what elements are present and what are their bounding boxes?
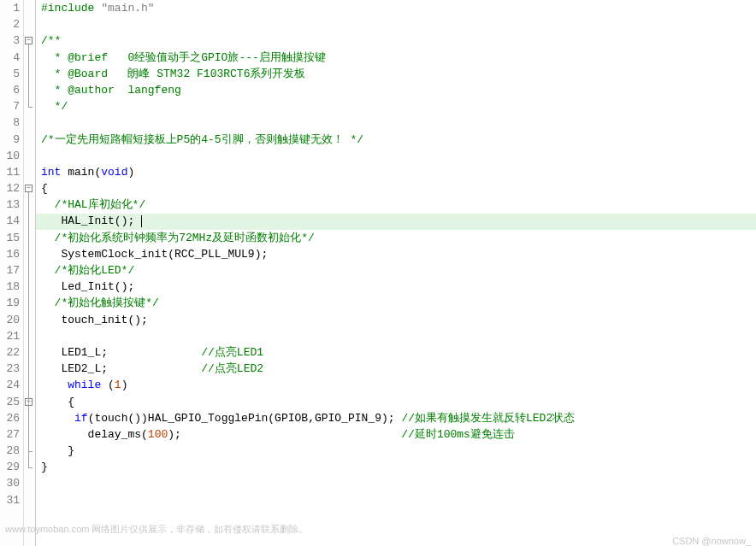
code-line[interactable]: /*一定先用短路帽短接板上P5的4-5引脚，否则触摸键无效！ */ [41,132,756,148]
line-number: 19 [0,295,20,311]
code-line[interactable]: #include "main.h" [41,0,756,16]
line-number: 12 [0,180,20,197]
code-editor[interactable]: 1234567891011121314151617181920212223242… [0,0,756,546]
code-line[interactable]: SystemClock_init(RCC_PLL_MUL9); [41,246,756,262]
line-number: 7 [0,98,20,114]
fold-column[interactable]: −−− [24,0,36,546]
code-line[interactable]: /*初始化LED*/ [41,262,756,279]
code-line[interactable]: { [41,394,756,410]
line-number: 6 [0,82,20,98]
line-number: 11 [0,164,20,180]
line-number: 17 [0,262,20,279]
code-line[interactable]: LED2_L; //点亮LED2 [41,361,756,377]
code-line[interactable]: delay_ms(100); //延时100ms避免连击 [41,426,756,443]
code-line[interactable] [41,114,756,131]
fold-guide-end [28,451,32,452]
code-line[interactable]: /*HAL库初始化*/ [41,197,756,213]
line-number: 16 [0,246,20,262]
line-number: 10 [0,148,20,164]
line-number: 28 [0,443,20,459]
code-line[interactable]: /** [41,32,756,49]
line-number: 30 [0,475,20,491]
line-number: 29 [0,459,20,475]
line-number-gutter: 1234567891011121314151617181920212223242… [0,0,24,546]
line-number: 15 [0,230,20,246]
csdn-watermark: CSDN @nownow_ [672,536,751,546]
fold-guide-end [28,107,32,108]
line-number: 9 [0,132,20,148]
code-line[interactable] [41,492,756,508]
code-line[interactable]: * @brief 0经验值动手之GPIO旅---启用触摸按键 [41,50,756,66]
line-number: 26 [0,410,20,426]
code-line[interactable] [41,328,756,344]
code-line[interactable]: { [41,180,756,197]
line-number: 8 [0,114,20,131]
watermark-text: www.toymoban.com 网络图片仅供展示，非存储，如有侵权请联系删除。 [5,523,308,536]
code-line[interactable]: HAL_Init(); [41,213,756,229]
line-number: 31 [0,492,20,508]
code-line[interactable]: Led_Init(); [41,279,756,295]
line-number: 14 [0,213,20,229]
code-line[interactable]: while (1) [41,377,756,393]
code-line[interactable]: touch_init(); [41,312,756,328]
line-number: 5 [0,66,20,82]
code-line[interactable]: * @Board 朗峰 STM32 F103RCT6系列开发板 [41,66,756,82]
line-number: 27 [0,426,20,443]
fold-guide-line [28,44,29,106]
code-line[interactable] [41,475,756,491]
code-line[interactable] [41,148,756,164]
fold-toggle-icon[interactable]: − [25,37,32,44]
line-number: 21 [0,328,20,344]
code-line[interactable]: if(touch())HAL_GPIO_TogglePin(GPIOB,GPIO… [41,410,756,426]
line-number: 4 [0,50,20,66]
code-line[interactable]: } [41,443,756,459]
text-cursor [141,215,142,227]
code-area[interactable]: #include "main.h"/** * @brief 0经验值动手之GPI… [36,0,756,546]
code-line[interactable] [41,16,756,32]
line-number: 18 [0,279,20,295]
fold-guide-line [28,406,29,451]
code-line[interactable]: /*初始化触摸按键*/ [41,295,756,311]
code-line[interactable]: /*初始化系统时钟频率为72MHz及延时函数初始化*/ [41,230,756,246]
code-line[interactable]: */ [41,98,756,114]
line-number: 20 [0,312,20,328]
fold-toggle-icon[interactable]: − [25,185,32,192]
line-number: 3 [0,32,20,49]
code-line[interactable]: } [41,459,756,475]
line-number: 13 [0,197,20,213]
line-number: 25 [0,394,20,410]
line-number: 24 [0,377,20,393]
line-number: 2 [0,16,20,32]
fold-guide-end [28,467,32,468]
code-line[interactable]: * @author langfeng [41,82,756,98]
code-line[interactable]: LED1_L; //点亮LED1 [41,344,756,361]
line-number: 22 [0,344,20,361]
line-number: 23 [0,361,20,377]
code-line[interactable]: int main(void) [41,164,756,180]
line-number: 1 [0,0,20,16]
